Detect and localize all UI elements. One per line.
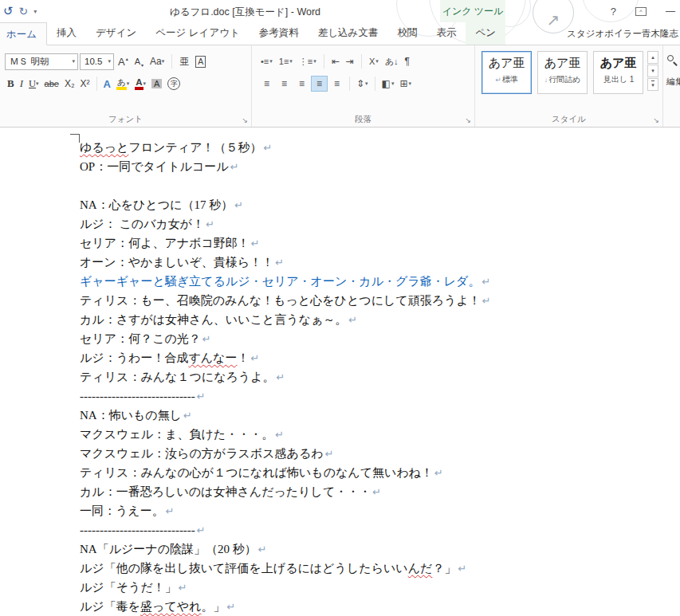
multilevel-list-button[interactable]: ⋮≡ ▾ [297, 53, 319, 69]
paragraph-mark-icon: ↵ [458, 563, 466, 575]
character-shading-button[interactable]: A [149, 76, 164, 92]
styles-dialog-launcher-icon[interactable]: ↘ [653, 116, 659, 124]
doc-line[interactable]: カル：さすがは女神さん、いいこと言うなぁ～。↵ [80, 310, 680, 329]
doc-line[interactable]: ルジ：うわー！合成すんなー！↵ [80, 348, 680, 367]
line-spacing-button[interactable]: ⇕ ▾ [354, 76, 371, 92]
doc-line[interactable]: オーン：やかましいぞ、貴様ら！！↵ [80, 253, 680, 272]
styles-more-button[interactable]: ▾ [647, 78, 658, 91]
tab-design[interactable]: デザイン [86, 22, 146, 45]
font-dialog-launcher-icon[interactable]: ↘ [242, 116, 248, 124]
superscript-button[interactable]: X² [78, 76, 92, 92]
doc-line[interactable]: ティリス：みんなの心が１つになれば怖いものなんて無いわね！↵ [80, 463, 680, 482]
doc-text-run: ティリス：もー、召喚院のみんな！もっと心をひとつにして頑張ろうよ！ [80, 294, 481, 307]
tab-review[interactable]: 校閲 [387, 22, 426, 45]
redo-icon[interactable]: ↻ [19, 5, 29, 18]
shading-button[interactable]: ◧ ▾ [379, 76, 397, 92]
asian-layout-button[interactable]: X ▾ [367, 53, 381, 69]
increase-indent-button[interactable]: ⇥ [344, 53, 356, 69]
doc-line[interactable]: マクスウェル：ま、負けた・・・。↵ [80, 425, 680, 444]
styles-scroll-up-button[interactable]: ▴ [647, 51, 658, 64]
doc-line[interactable]: セリア：何よ、アナボコ野郎！↵ [80, 233, 680, 253]
font-size-combo[interactable]: 10.5 ▾ [80, 53, 114, 70]
account-name[interactable]: スタジオボイラー青木隆志 [567, 22, 680, 45]
tab-pen[interactable]: ペン [466, 22, 505, 45]
distribute-button[interactable]: ≡ [328, 76, 345, 92]
style-preview: あア亜 [482, 56, 531, 71]
undo-icon[interactable]: ↺ [3, 4, 14, 18]
font-name-combo[interactable]: ＭＳ 明朝 ▾ [5, 53, 78, 70]
show-formatting-marks-button[interactable]: ¶ [403, 53, 412, 69]
title-bar: ↺ ↻ ▾ ゆるフロ.doc [互換モード] - Word インク ツール ? … [0, 0, 680, 22]
search-icon[interactable] [667, 55, 678, 66]
doc-line[interactable]: NA「ルジーナの陰謀」（20 秒）↵ [80, 539, 680, 559]
help-icon[interactable]: ? [611, 6, 616, 18]
document-text[interactable]: ゆるっとフロンティア！（５秒）↵OP：一同でタイトルコール↵NA：心をひとつに（… [80, 138, 680, 616]
enclose-character-button[interactable]: 字 [165, 76, 183, 92]
doc-line[interactable]: 一同：うえー。↵ [80, 501, 680, 520]
align-center-button[interactable]: ≡ [276, 76, 293, 92]
document-area[interactable]: ゆるっとフロンティア！（５秒）↵OP：一同でタイトルコール↵NA：心をひとつに（… [0, 128, 680, 616]
bullets-button[interactable]: •≡ ▾ [258, 53, 275, 69]
doc-line[interactable]: ルジ： このバカ女が！↵ [80, 214, 680, 233]
doc-line[interactable]: OP：一同でタイトルコール↵ [80, 157, 680, 176]
font-name-value: ＭＳ 明朝 [10, 56, 49, 68]
doc-line[interactable]: -----------------------------↵ [80, 386, 680, 406]
divider [171, 54, 172, 69]
change-case-button[interactable]: Aa ▾ [147, 53, 167, 70]
text-effects-button[interactable]: A [101, 76, 113, 92]
bold-button[interactable]: B [5, 76, 17, 92]
doc-line[interactable]: カル：一番恐ろしいのは女神さんだったりして・・・↵ [80, 482, 680, 501]
tab-mailings[interactable]: 差し込み文書 [309, 22, 388, 45]
align-left-icon: ≡ [264, 78, 269, 89]
justify-button[interactable]: ≡ [311, 76, 328, 92]
doc-line[interactable]: ティリス：もー、召喚院のみんな！もっと心をひとつにして頑張ろうよ！↵ [80, 291, 680, 310]
customize-qat-icon[interactable]: ▾ [33, 8, 37, 15]
doc-line[interactable]: ティリス：みんな１つになろうよ。↵ [80, 367, 680, 386]
underline-button[interactable]: U ▾ [26, 76, 41, 92]
doc-line[interactable]: ゆるっとフロンティア！（５秒）↵ [80, 138, 680, 157]
borders-button[interactable]: ⊞ ▾ [397, 76, 414, 92]
strikethrough-button[interactable]: abe [42, 76, 61, 92]
sort-button[interactable]: あ↓ [383, 53, 401, 69]
tab-home[interactable]: ホーム [0, 22, 47, 45]
doc-line[interactable] [80, 176, 680, 195]
chevron-down-icon[interactable]: ▾ [69, 58, 75, 65]
tab-insert[interactable]: 挿入 [47, 22, 86, 45]
doc-line[interactable]: -----------------------------↵ [80, 520, 680, 539]
style-normal[interactable]: あア亜 ↵標準 [482, 51, 532, 94]
align-right-button[interactable]: ≡ [293, 76, 310, 92]
grow-font-button[interactable]: A ▴ [116, 53, 131, 70]
chevron-down-icon[interactable]: ▾ [104, 58, 111, 65]
doc-line[interactable]: ルジ「そうだ！」↵ [80, 578, 680, 597]
shrink-font-button[interactable]: A ▾ [132, 53, 146, 70]
decrease-indent-button[interactable]: ⇤ [329, 53, 342, 69]
style-heading-1[interactable]: あア亜 見出し 1 [593, 51, 643, 94]
doc-line[interactable]: NA：心をひとつに（17 秒）↵ [80, 195, 680, 214]
divider [324, 54, 324, 69]
font-color-button[interactable]: A ▾ [132, 76, 148, 92]
doc-line[interactable]: ギャーギャーと騒ぎ立てるルジ・セリア・オーン・カル・グラ爺・レダ。↵ [80, 272, 680, 291]
align-left-button[interactable]: ≡ [258, 76, 275, 92]
doc-line[interactable]: セリア：何？この光？↵ [80, 329, 680, 348]
styles-scroll-down-button[interactable]: ▾ [647, 65, 658, 77]
style-no-spacing[interactable]: あア亜 ↓行間詰め [537, 51, 588, 94]
doc-line[interactable]: マクスウェル：汝らの方がラスボス感あるわ↵ [80, 444, 680, 463]
highlight-button[interactable]: あ ▾ [114, 76, 132, 92]
tab-references[interactable]: 参考資料 [250, 22, 309, 45]
tab-view[interactable]: 表示 [426, 22, 466, 45]
italic-button[interactable]: I [18, 76, 26, 92]
doc-line[interactable]: ルジ「他の隊を出し抜いて評価を上げるにはどうしたらいいんだ？」↵ [80, 559, 680, 578]
doc-text-run: セリア：何よ、アナボコ野郎！ [80, 237, 250, 249]
minimize-icon[interactable]: — [666, 6, 675, 17]
paragraph-dialog-launcher-icon[interactable]: ↘ [465, 116, 471, 124]
paragraph-mark-icon: ↵ [179, 582, 187, 594]
doc-line[interactable]: NA：怖いもの無し↵ [80, 406, 680, 425]
numbering-button[interactable]: 1≡ ▾ [277, 53, 295, 69]
subscript-button[interactable]: X₂ [62, 76, 77, 92]
editing-group-label[interactable]: 編集 [666, 76, 680, 88]
ruby-button[interactable]: 亜 [177, 53, 191, 70]
enclose-border-button[interactable]: A [193, 53, 208, 70]
ribbon-display-options-icon[interactable]: ^ [635, 7, 647, 16]
tab-page-layout[interactable]: ページ レイアウト [146, 22, 250, 45]
doc-line[interactable]: ルジ「毒を盛ってやれ。」↵ [80, 597, 680, 616]
